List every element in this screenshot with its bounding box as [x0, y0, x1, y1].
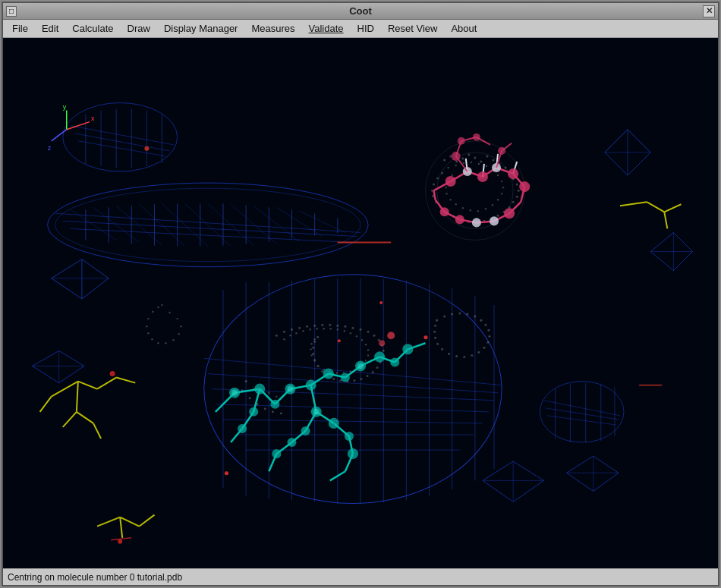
- svg-point-314: [323, 368, 334, 379]
- svg-point-189: [316, 328, 317, 329]
- svg-point-236: [483, 347, 485, 349]
- svg-point-160: [359, 329, 361, 331]
- svg-point-250: [180, 325, 181, 327]
- viewport[interactable]: x y z: [3, 38, 718, 568]
- svg-point-351: [446, 176, 456, 187]
- svg-point-191: [330, 328, 332, 329]
- svg-point-156: [329, 324, 331, 326]
- svg-point-219: [264, 407, 266, 410]
- svg-point-360: [490, 216, 499, 225]
- svg-rect-379: [379, 301, 383, 304]
- title-bar: □ Coot ✕: [3, 3, 718, 20]
- svg-point-137: [497, 199, 499, 200]
- svg-point-244: [434, 337, 436, 339]
- svg-point-383: [379, 340, 385, 346]
- svg-point-323: [272, 449, 281, 458]
- svg-point-310: [254, 384, 265, 395]
- svg-point-228: [458, 313, 461, 315]
- svg-point-321: [301, 426, 310, 435]
- svg-point-211: [310, 348, 311, 350]
- menu-item-about[interactable]: About: [445, 21, 483, 36]
- svg-point-168: [376, 366, 379, 369]
- svg-point-217: [249, 397, 251, 399]
- close-button[interactable]: ✕: [703, 5, 715, 17]
- svg-point-192: [337, 329, 338, 330]
- svg-point-235: [486, 341, 489, 344]
- svg-point-382: [387, 332, 395, 339]
- svg-point-255: [151, 338, 153, 340]
- svg-point-322: [287, 438, 296, 447]
- svg-point-184: [283, 338, 285, 340]
- molecule-viewport: x y z: [3, 38, 718, 568]
- svg-point-227: [451, 313, 453, 316]
- svg-point-177: [321, 370, 323, 373]
- svg-point-180: [312, 353, 314, 355]
- menu-item-measures[interactable]: Measures: [245, 21, 301, 36]
- svg-point-356: [455, 215, 464, 224]
- svg-point-205: [336, 372, 338, 373]
- svg-point-282: [118, 539, 122, 544]
- svg-point-352: [477, 171, 488, 182]
- svg-point-210: [310, 354, 312, 356]
- svg-point-105: [516, 184, 518, 186]
- menu-item-display-manager[interactable]: Display Manager: [158, 21, 244, 36]
- svg-point-161: [367, 331, 370, 333]
- menu-item-reset-view[interactable]: Reset View: [382, 21, 444, 36]
- svg-point-188: [309, 329, 310, 330]
- svg-point-187: [302, 330, 304, 332]
- svg-point-196: [361, 339, 363, 341]
- menu-item-draw[interactable]: Draw: [121, 21, 156, 36]
- svg-point-251: [178, 333, 179, 335]
- minimize-button[interactable]: □: [6, 6, 17, 17]
- menu-item-file[interactable]: File: [6, 21, 34, 36]
- svg-point-330: [287, 386, 293, 392]
- svg-point-138: [492, 204, 493, 206]
- menu-item-hid[interactable]: HID: [351, 21, 380, 36]
- svg-point-229: [466, 313, 468, 316]
- svg-text:z: z: [48, 144, 52, 152]
- svg-point-317: [374, 351, 385, 362]
- svg-point-165: [383, 350, 385, 352]
- svg-point-357: [440, 207, 449, 216]
- svg-point-158: [344, 325, 346, 328]
- menu-item-edit[interactable]: Edit: [36, 21, 65, 36]
- svg-point-172: [353, 379, 355, 382]
- menu-item-calculate[interactable]: Calculate: [66, 21, 119, 36]
- svg-point-127: [455, 165, 457, 166]
- svg-point-153: [306, 325, 308, 328]
- svg-point-123: [433, 184, 435, 186]
- svg-point-98: [480, 160, 482, 162]
- svg-point-183: [316, 336, 319, 338]
- svg-point-253: [165, 342, 166, 344]
- svg-point-99: [486, 155, 488, 157]
- svg-point-190: [323, 328, 325, 329]
- svg-point-197: [365, 344, 367, 345]
- svg-point-313: [306, 380, 316, 391]
- svg-point-370: [473, 134, 480, 141]
- svg-point-154: [313, 325, 316, 327]
- svg-point-243: [436, 343, 439, 345]
- svg-point-95: [461, 157, 464, 159]
- app-window: □ Coot ✕ FileEditCalculateDrawDisplay Ma…: [2, 2, 719, 586]
- svg-point-257: [146, 325, 147, 327]
- svg-point-163: [378, 339, 380, 341]
- menu-item-validate[interactable]: Validate: [303, 21, 350, 36]
- svg-point-175: [332, 378, 335, 380]
- svg-point-209: [313, 360, 315, 361]
- svg-rect-381: [225, 471, 228, 475]
- svg-point-215: [245, 380, 247, 382]
- svg-point-199: [367, 354, 369, 356]
- svg-point-234: [488, 335, 490, 338]
- svg-point-108: [512, 201, 515, 203]
- svg-point-221: [280, 412, 282, 414]
- svg-point-245: [433, 331, 436, 333]
- svg-point-279: [144, 146, 149, 151]
- svg-point-220: [272, 410, 274, 413]
- svg-point-368: [452, 152, 461, 161]
- svg-point-171: [360, 378, 362, 380]
- svg-point-281: [110, 371, 115, 376]
- svg-point-212: [310, 343, 312, 344]
- svg-point-135: [502, 187, 504, 188]
- svg-point-230: [474, 316, 476, 318]
- svg-point-371: [498, 147, 505, 155]
